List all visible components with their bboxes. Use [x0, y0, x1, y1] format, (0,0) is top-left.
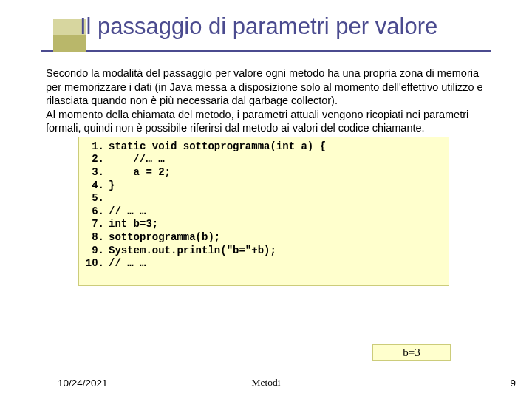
body-content: Secondo la modalità del passaggio per va…	[46, 66, 491, 286]
footer-center: Metodi	[252, 377, 281, 389]
code-line: 4.}	[85, 180, 443, 193]
paragraph-1: Secondo la modalità del passaggio per va…	[46, 66, 491, 108]
code-line: 6.// … …	[85, 205, 443, 219]
divider	[41, 50, 491, 52]
code-block: 1.static void sottoprogramma(int a) { 2.…	[78, 137, 449, 286]
footer-date: 10/24/2021	[58, 378, 108, 389]
paragraph-2: Al momento della chiamata del metodo, i …	[46, 108, 491, 135]
code-line: 3. a = 2;	[85, 166, 443, 180]
slide-title: Il passaggio di parametri per valore	[80, 13, 437, 40]
code-line: 8.sottoprogramma(b);	[85, 231, 443, 245]
underlined-term: passaggio per valore	[163, 67, 263, 79]
text-before: Secondo la modalità del	[46, 67, 163, 79]
output-box: b=3	[372, 344, 451, 361]
header: Il passaggio di parametri per valore	[0, 0, 532, 53]
code-line: 2. //… …	[85, 153, 443, 166]
code-line: 1.static void sottoprogramma(int a) {	[85, 140, 443, 154]
code-line: 10.// … …	[85, 257, 443, 270]
code-line: 7.int b=3;	[85, 218, 443, 231]
page-number: 9	[510, 378, 516, 389]
code-line: 9.System.out.println("b="+b);	[85, 245, 443, 258]
code-line: 5.	[85, 192, 443, 205]
